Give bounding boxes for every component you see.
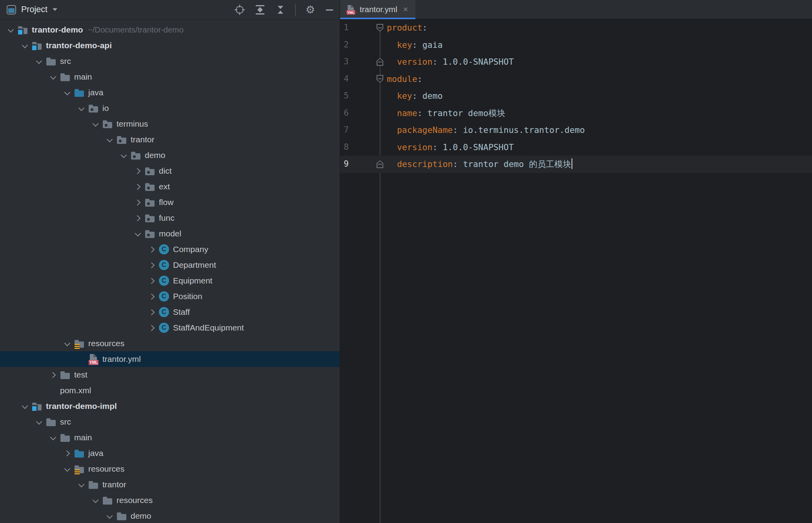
- tree-row-Staff[interactable]: Staff: [0, 304, 340, 320]
- code-line-2[interactable]: 2 key: gaia: [340, 36, 812, 54]
- chevron-down-icon[interactable]: [91, 496, 100, 505]
- tree-row-trantor[interactable]: trantor: [0, 132, 340, 147]
- chevron-placeholder: [35, 386, 44, 395]
- code-line-1[interactable]: 1product:: [340, 19, 812, 36]
- collapse-all-icon[interactable]: [275, 5, 286, 15]
- tree-row-io[interactable]: io: [0, 100, 340, 116]
- tree-row-terminus[interactable]: terminus: [0, 116, 340, 132]
- code-line-8[interactable]: 8 version: 1.0.0-SNAPSHOT: [340, 139, 812, 156]
- chevron-down-icon[interactable]: [63, 339, 72, 348]
- chevron-down-icon[interactable]: [105, 511, 115, 521]
- tree-item-label: trantor: [102, 480, 126, 489]
- tree-row-Company[interactable]: Company: [0, 242, 340, 257]
- hide-panel-icon[interactable]: [326, 5, 333, 15]
- tree-row-demo[interactable]: demo: [0, 147, 340, 163]
- tree-row-trantor.yml[interactable]: YMLtrantor.yml: [0, 351, 340, 367]
- tree-row-resources[interactable]: resources: [0, 336, 340, 351]
- module-icon: [18, 25, 28, 35]
- package-icon: [131, 150, 141, 160]
- project-panel: Project ⚙ trantor-demo~/Documents/tranto…: [0, 0, 340, 523]
- code-line-9[interactable]: 9 description: trantor demo 的员工模块: [340, 156, 812, 173]
- chevron-right-icon[interactable]: [63, 449, 72, 458]
- tree-row-StaffAndEquipment[interactable]: StaffAndEquipment: [0, 320, 340, 336]
- tree-row-Position[interactable]: Position: [0, 289, 340, 304]
- close-tab-icon[interactable]: ✕: [403, 5, 408, 13]
- tree-row-Department[interactable]: Department: [0, 257, 340, 273]
- chevron-down-icon[interactable]: [49, 433, 58, 442]
- dropdown-chevron-icon[interactable]: [53, 8, 57, 11]
- tree-item-label: resources: [88, 339, 124, 348]
- fold-marker-icon[interactable]: [377, 24, 383, 32]
- tree-row-trantor-demo-api[interactable]: trantor-demo-api: [0, 38, 340, 53]
- chevron-right-icon[interactable]: [49, 370, 58, 380]
- chevron-right-icon[interactable]: [133, 198, 143, 207]
- tree-item-label: io: [102, 104, 109, 113]
- tree-row-java[interactable]: java: [0, 445, 340, 461]
- chevron-right-icon[interactable]: [133, 182, 143, 191]
- code-line-4[interactable]: 4module:: [340, 71, 812, 88]
- code-line-6[interactable]: 6 name: trantor demo模块: [340, 105, 812, 122]
- tree-row-main[interactable]: main: [0, 69, 340, 85]
- code-line-7[interactable]: 7 packageName: io.terminus.trantor.demo: [340, 122, 812, 139]
- chevron-down-icon[interactable]: [133, 229, 143, 238]
- code-line-5[interactable]: 5 key: demo: [340, 87, 812, 105]
- chevron-right-icon[interactable]: [147, 260, 157, 270]
- chevron-down-icon[interactable]: [77, 104, 86, 113]
- tree-row-resources[interactable]: resources: [0, 492, 340, 508]
- tree-row-trantor[interactable]: trantor: [0, 477, 340, 492]
- tree-row-flow[interactable]: flow: [0, 194, 340, 210]
- tree-row-demo[interactable]: demo: [0, 508, 340, 523]
- tree-row-main[interactable]: main: [0, 430, 340, 445]
- tree-row-resources[interactable]: resources: [0, 461, 340, 477]
- tree-item-label: resources: [88, 464, 124, 474]
- chevron-down-icon[interactable]: [35, 56, 44, 66]
- chevron-down-icon[interactable]: [20, 41, 30, 50]
- tree-row-Equipment[interactable]: Equipment: [0, 273, 340, 289]
- settings-gear-icon[interactable]: ⚙: [305, 5, 315, 15]
- chevron-right-icon[interactable]: [147, 276, 157, 285]
- chevron-down-icon[interactable]: [91, 119, 100, 129]
- chevron-down-icon[interactable]: [105, 135, 115, 144]
- tab-trantor-yml[interactable]: YML trantor.yml ✕: [340, 0, 415, 19]
- chevron-down-icon[interactable]: [6, 25, 16, 35]
- chevron-right-icon[interactable]: [147, 323, 157, 332]
- panel-title[interactable]: Project: [21, 5, 47, 15]
- chevron-down-icon[interactable]: [35, 417, 44, 427]
- chevron-down-icon[interactable]: [63, 88, 72, 97]
- chevron-right-icon[interactable]: [147, 292, 157, 301]
- tree-row-model[interactable]: model: [0, 226, 340, 242]
- fold-marker-icon[interactable]: [377, 75, 383, 83]
- tree-row-java[interactable]: java: [0, 85, 340, 100]
- chevron-right-icon[interactable]: [133, 166, 143, 176]
- chevron-right-icon[interactable]: [147, 307, 157, 317]
- tree-row-src[interactable]: src: [0, 53, 340, 69]
- class-icon: [159, 307, 169, 317]
- tree-row-pom.xml[interactable]: pom.xml: [0, 383, 340, 398]
- fold-marker-icon[interactable]: [377, 160, 383, 168]
- tree-row-func[interactable]: func: [0, 210, 340, 226]
- toolbar-separator: [295, 4, 296, 16]
- fold-marker-icon[interactable]: [377, 58, 383, 66]
- editor-tab-bar: YML trantor.yml ✕: [340, 0, 812, 19]
- locate-file-icon[interactable]: [235, 5, 245, 15]
- expand-all-icon[interactable]: [255, 5, 265, 15]
- chevron-down-icon[interactable]: [119, 151, 129, 160]
- tree-row-ext[interactable]: ext: [0, 179, 340, 194]
- tree-row-dict[interactable]: dict: [0, 163, 340, 179]
- chevron-down-icon[interactable]: [20, 401, 30, 411]
- tree-item-label: resources: [117, 496, 153, 505]
- tree-item-label: src: [60, 417, 71, 427]
- tree-row-trantor-demo-impl[interactable]: trantor-demo-impl: [0, 398, 340, 414]
- tree-item-label: test: [74, 370, 87, 380]
- chevron-down-icon[interactable]: [77, 480, 86, 489]
- chevron-down-icon[interactable]: [63, 464, 72, 474]
- chevron-down-icon[interactable]: [49, 72, 58, 82]
- chevron-right-icon[interactable]: [133, 213, 143, 223]
- editor-content[interactable]: 1product:2 key: gaia3 version: 1.0.0-SNA…: [340, 19, 812, 523]
- tab-label: trantor.yml: [360, 5, 397, 14]
- tree-row-src[interactable]: src: [0, 414, 340, 430]
- tree-row-trantor-demo[interactable]: trantor-demo~/Documents/trantor-demo: [0, 22, 340, 38]
- tree-row-test[interactable]: test: [0, 367, 340, 383]
- chevron-right-icon[interactable]: [147, 245, 157, 254]
- code-line-3[interactable]: 3 version: 1.0.0-SNAPSHOT: [340, 53, 812, 71]
